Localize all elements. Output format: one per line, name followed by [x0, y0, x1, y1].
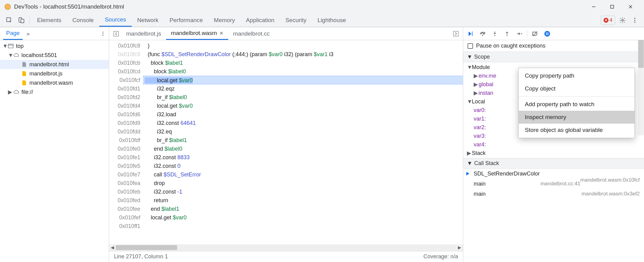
scroll-track[interactable] [116, 245, 456, 250]
tab-memory[interactable]: Memory [208, 13, 241, 27]
navigator-kebab-icon[interactable] [100, 31, 106, 37]
frame-location: mandelbrot.wasm:0x10fcf [580, 177, 640, 183]
file-icon [21, 70, 28, 77]
ctx-store-global[interactable]: Store object as global variable [519, 124, 635, 137]
scroll-thumb[interactable] [116, 245, 177, 250]
error-counter[interactable]: ✕ 4 [601, 16, 615, 25]
window-close-button[interactable] [621, 0, 640, 13]
kebab-menu-icon[interactable] [629, 13, 641, 27]
tree-host-label: localhost:5501 [21, 52, 57, 59]
close-tab-icon[interactable]: ✕ [219, 30, 223, 36]
scroll-left-icon[interactable]: ◄ [109, 245, 116, 251]
window-maximize-button[interactable] [603, 0, 621, 13]
status-bar: Line 27107, Column 1 Coverage: n/a [109, 251, 463, 262]
ctx-copy-property-path[interactable]: Copy property path [519, 69, 635, 82]
file-navigator: Page » ▼top ▼localhost:5501 mandelbrot.h… [0, 27, 109, 262]
vscroll-thumb[interactable] [638, 40, 644, 68]
error-icon: ✕ [604, 18, 608, 23]
cloud-icon [13, 89, 20, 95]
context-menu: Copy property path Copy object Add prope… [518, 68, 635, 138]
tree-file-scheme-label: file:// [21, 89, 33, 95]
vertical-scrollbar[interactable] [638, 40, 644, 135]
tab-lighthouse[interactable]: Lighthouse [312, 13, 351, 27]
tab-sources[interactable]: Sources [99, 13, 132, 27]
file-tab-js[interactable]: mandelbrot.js [121, 27, 166, 40]
svg-rect-17 [114, 31, 119, 36]
svg-point-25 [544, 31, 550, 36]
ctx-add-watch[interactable]: Add property path to watch [519, 98, 635, 111]
svg-point-8 [622, 19, 623, 21]
svg-point-22 [506, 35, 507, 36]
window-minimize-button[interactable] [585, 0, 603, 13]
step-out-icon[interactable] [502, 29, 512, 38]
step-into-icon[interactable] [490, 29, 499, 38]
window-titlebar: DevTools - localhost:5501/mandelbrot.htm… [0, 0, 644, 13]
tree-top[interactable]: ▼top [0, 41, 109, 51]
checkbox-icon[interactable] [468, 43, 473, 49]
file-history-fwd-icon[interactable] [451, 27, 461, 40]
file-icon [21, 61, 28, 68]
horizontal-scrollbar[interactable]: ◄ ► [109, 244, 463, 251]
file-tree: ▼top ▼localhost:5501 mandelbrot.html man… [0, 40, 109, 262]
pause-on-caught-row[interactable]: Pause on caught exceptions [463, 40, 644, 52]
tab-network[interactable]: Network [132, 13, 164, 27]
svg-point-11 [634, 21, 635, 23]
ctx-copy-object[interactable]: Copy object [519, 82, 635, 95]
pause-exceptions-icon[interactable] [543, 29, 552, 38]
tab-security[interactable]: Security [280, 13, 312, 27]
file-history-back-icon[interactable] [111, 27, 121, 40]
tab-elements[interactable]: Elements [32, 13, 67, 27]
frame-location: mandelbrot.cc:41 [540, 181, 580, 187]
pause-on-caught-label: Pause on caught exceptions [476, 43, 545, 49]
tab-performance[interactable]: Performance [164, 13, 208, 27]
file-tab-cc[interactable]: mandelbrot.cc [228, 27, 275, 40]
step-icon[interactable] [515, 29, 524, 38]
inspect-element-icon[interactable] [3, 13, 15, 27]
code-pane: mandelbrot.js mandelbrot.wasm✕ mandelbro… [109, 27, 463, 262]
ctx-inspect-memory[interactable]: Inspect memory [519, 111, 635, 124]
scope-stack[interactable]: ▶Stack [463, 149, 644, 157]
debugger-pane: Pause on caught exceptions ▼Scope ▼Modul… [463, 27, 644, 262]
svg-rect-18 [453, 31, 458, 36]
svg-point-14 [103, 35, 104, 36]
svg-point-23 [521, 33, 522, 34]
callstack-frame[interactable]: mainmandelbrot.wasm:0x3ef2 [463, 189, 644, 199]
navigator-tab-page[interactable]: Page [3, 27, 23, 40]
callstack-header[interactable]: ▼Call Stack [463, 158, 644, 169]
svg-point-21 [494, 35, 495, 36]
svg-point-0 [5, 4, 10, 10]
code-body[interactable]: 0x010fc80x010fc90x010fcb0x010fcd0x010fcf… [109, 40, 463, 244]
tree-file-wasm[interactable]: mandelbrot.wasm [0, 78, 109, 87]
tree-file-scheme[interactable]: ▶file:// [0, 87, 109, 97]
window-icon [7, 43, 14, 49]
svg-rect-27 [547, 32, 548, 35]
settings-gear-icon[interactable] [616, 13, 629, 27]
file-tabs: mandelbrot.js mandelbrot.wasm✕ mandelbro… [109, 27, 463, 40]
tab-application[interactable]: Application [241, 13, 280, 27]
tree-file-label: mandelbrot.js [29, 71, 63, 77]
deactivate-breakpoints-icon[interactable] [530, 29, 540, 38]
devtools-logo-icon [4, 3, 11, 10]
navigator-header: Page » [0, 27, 109, 40]
svg-rect-2 [611, 5, 614, 8]
svg-rect-19 [472, 31, 473, 36]
main-layout: Page » ▼top ▼localhost:5501 mandelbrot.h… [0, 27, 644, 262]
device-toolbar-icon[interactable] [15, 13, 28, 27]
scroll-right-icon[interactable]: ► [456, 245, 463, 251]
step-over-icon[interactable] [478, 29, 487, 38]
tree-file-js[interactable]: mandelbrot.js [0, 69, 109, 78]
code-lines[interactable]: ) (func $SDL_SetRenderDrawColor (;444;) … [143, 40, 463, 244]
tree-host[interactable]: ▼localhost:5501 [0, 51, 109, 60]
callstack-frame[interactable]: SDL_SetRenderDrawColormandelbrot.wasm:0x… [463, 169, 644, 179]
tree-top-label: top [16, 43, 24, 49]
resume-icon[interactable] [466, 29, 475, 38]
tab-console[interactable]: Console [67, 13, 99, 27]
navigator-more-tabs[interactable]: » [26, 30, 30, 37]
scope-header[interactable]: ▼Scope [463, 52, 644, 62]
tree-file-label: mandelbrot.wasm [29, 80, 73, 86]
file-tab-wasm[interactable]: mandelbrot.wasm✕ [166, 27, 228, 40]
tree-file-label: mandelbrot.html [29, 61, 69, 68]
svg-point-13 [103, 33, 104, 34]
scope-local-var[interactable]: var4: [463, 140, 644, 149]
tree-file-html[interactable]: mandelbrot.html [0, 60, 109, 69]
